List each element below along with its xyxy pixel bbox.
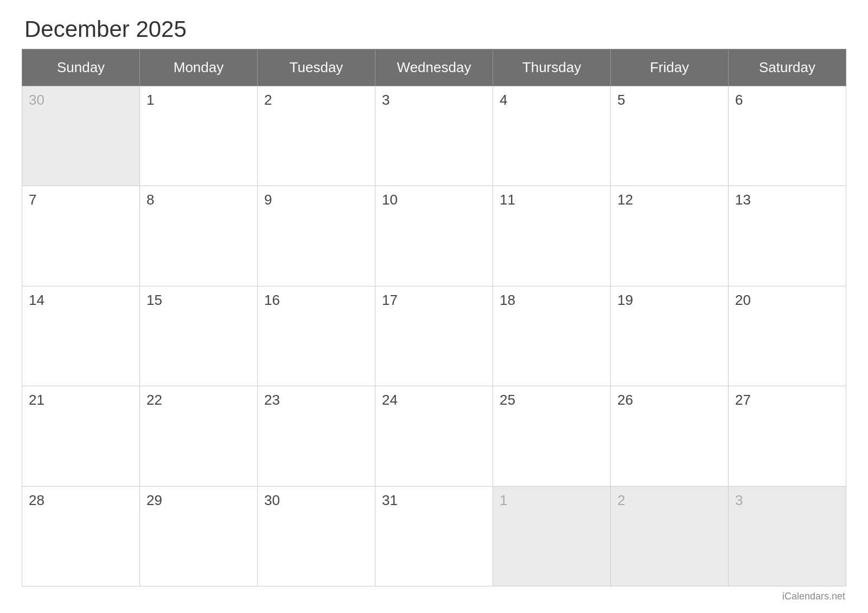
date-number: 1 bbox=[146, 92, 154, 108]
calendar-day-cell[interactable]: 1 bbox=[493, 486, 611, 586]
calendar-week-row: 21222324252627 bbox=[22, 386, 846, 486]
date-number: 2 bbox=[264, 92, 272, 108]
date-number: 6 bbox=[735, 92, 743, 108]
date-number: 8 bbox=[146, 191, 154, 208]
calendar-day-cell[interactable]: 12 bbox=[611, 186, 729, 286]
date-number: 13 bbox=[735, 191, 751, 208]
footer-credit: iCalendars.net bbox=[22, 586, 846, 602]
date-number: 15 bbox=[146, 292, 162, 308]
calendar-header-day: Friday bbox=[611, 49, 729, 86]
calendar-header-day: Sunday bbox=[22, 49, 140, 86]
date-number: 27 bbox=[735, 392, 751, 408]
date-number: 10 bbox=[382, 191, 398, 208]
calendar-day-cell[interactable]: 17 bbox=[375, 286, 493, 386]
calendar-day-cell[interactable]: 26 bbox=[611, 386, 729, 486]
calendar-day-cell[interactable]: 14 bbox=[22, 286, 140, 386]
calendar-day-cell[interactable]: 1 bbox=[140, 86, 258, 186]
calendar-day-cell[interactable]: 2 bbox=[611, 486, 729, 586]
calendar-table: SundayMondayTuesdayWednesdayThursdayFrid… bbox=[22, 49, 846, 586]
calendar-day-cell[interactable]: 7 bbox=[22, 186, 140, 286]
date-number: 23 bbox=[264, 392, 280, 408]
calendar-header-day: Monday bbox=[140, 49, 258, 86]
calendar-day-cell[interactable]: 3 bbox=[375, 86, 493, 186]
calendar-day-cell[interactable]: 28 bbox=[22, 486, 140, 586]
date-number: 3 bbox=[382, 92, 390, 108]
calendar-day-cell[interactable]: 3 bbox=[729, 486, 846, 586]
calendar-header-day: Thursday bbox=[493, 49, 611, 86]
date-number: 9 bbox=[264, 191, 272, 208]
calendar-day-cell[interactable]: 30 bbox=[22, 86, 140, 186]
calendar-week-row: 78910111213 bbox=[22, 186, 846, 286]
calendar-day-cell[interactable]: 10 bbox=[375, 186, 493, 286]
calendar-day-cell[interactable]: 25 bbox=[493, 386, 611, 486]
date-number: 30 bbox=[29, 92, 44, 108]
date-number: 25 bbox=[500, 392, 515, 408]
calendar-day-cell[interactable]: 21 bbox=[22, 386, 140, 486]
calendar-week-row: 14151617181920 bbox=[22, 286, 846, 386]
date-number: 24 bbox=[382, 392, 398, 408]
calendar-day-cell[interactable]: 11 bbox=[493, 186, 611, 286]
calendar-day-cell[interactable]: 29 bbox=[140, 486, 258, 586]
date-number: 14 bbox=[29, 292, 44, 308]
date-number: 11 bbox=[500, 191, 515, 208]
date-number: 31 bbox=[382, 492, 398, 508]
calendar-day-cell[interactable]: 8 bbox=[140, 186, 258, 286]
calendar-day-cell[interactable]: 20 bbox=[729, 286, 846, 386]
calendar-day-cell[interactable]: 6 bbox=[729, 86, 846, 186]
date-number: 2 bbox=[617, 492, 625, 508]
date-number: 4 bbox=[500, 92, 507, 108]
calendar-day-cell[interactable]: 18 bbox=[493, 286, 611, 386]
date-number: 12 bbox=[617, 191, 633, 208]
calendar-day-cell[interactable]: 31 bbox=[375, 486, 493, 586]
calendar-header-day: Saturday bbox=[729, 49, 846, 86]
calendar-week-row: 30123456 bbox=[22, 86, 846, 186]
date-number: 28 bbox=[29, 492, 44, 508]
date-number: 7 bbox=[29, 191, 36, 208]
calendar-day-cell[interactable]: 5 bbox=[611, 86, 729, 186]
date-number: 5 bbox=[617, 92, 625, 108]
calendar-header-day: Wednesday bbox=[375, 49, 493, 86]
date-number: 16 bbox=[264, 292, 280, 308]
date-number: 29 bbox=[146, 492, 162, 508]
date-number: 21 bbox=[29, 392, 44, 408]
date-number: 17 bbox=[382, 292, 398, 308]
calendar-day-cell[interactable]: 23 bbox=[258, 386, 375, 486]
calendar-day-cell[interactable]: 2 bbox=[258, 86, 375, 186]
calendar-header-day: Tuesday bbox=[258, 49, 375, 86]
date-number: 20 bbox=[735, 292, 751, 308]
calendar-day-cell[interactable]: 22 bbox=[140, 386, 258, 486]
calendar-day-cell[interactable]: 16 bbox=[258, 286, 375, 386]
calendar-day-cell[interactable]: 13 bbox=[729, 186, 846, 286]
date-number: 3 bbox=[735, 492, 743, 508]
calendar-day-cell[interactable]: 24 bbox=[375, 386, 493, 486]
calendar-day-cell[interactable]: 30 bbox=[258, 486, 375, 586]
date-number: 22 bbox=[146, 392, 162, 408]
calendar-day-cell[interactable]: 15 bbox=[140, 286, 258, 386]
date-number: 18 bbox=[500, 292, 515, 308]
date-number: 19 bbox=[617, 292, 633, 308]
calendar-title: December 2025 bbox=[22, 16, 846, 42]
date-number: 30 bbox=[264, 492, 280, 508]
calendar-day-cell[interactable]: 27 bbox=[729, 386, 846, 486]
calendar-day-cell[interactable]: 4 bbox=[493, 86, 611, 186]
calendar-day-cell[interactable]: 9 bbox=[258, 186, 375, 286]
calendar-day-cell[interactable]: 19 bbox=[611, 286, 729, 386]
calendar-header-row: SundayMondayTuesdayWednesdayThursdayFrid… bbox=[22, 49, 846, 86]
calendar-week-row: 28293031123 bbox=[22, 486, 846, 586]
date-number: 1 bbox=[500, 492, 507, 508]
date-number: 26 bbox=[617, 392, 633, 408]
